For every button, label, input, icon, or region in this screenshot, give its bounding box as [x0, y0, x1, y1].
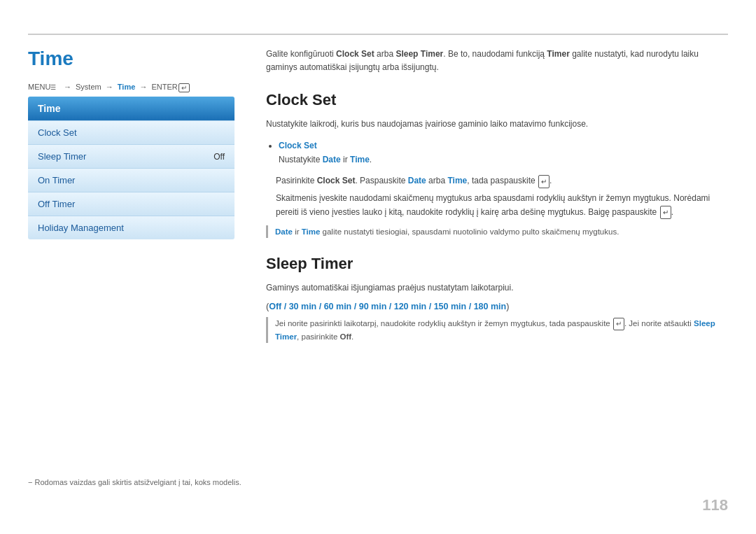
clock-set-note: Date ir Time galite nustatyti tiesiogiai…: [266, 225, 728, 238]
enter-icon-step1: ↵: [538, 175, 550, 188]
breadcrumb-menu: MENU: [28, 83, 50, 91]
clock-set-bullet-item: Clock Set Nustatykite Date ir Time.: [279, 139, 728, 167]
breadcrumb-arrow1: →: [64, 83, 71, 91]
intro-text: Galite konfigūruoti Clock Set arba Sleep…: [266, 48, 728, 74]
clock-set-step1: Pasirinkite Clock Set. Paspauskite Date …: [266, 174, 728, 188]
sleep-timer-section: Sleep Timer Gaminys automatiškai išjungi…: [266, 255, 728, 344]
breadcrumb-enter: ENTER: [151, 83, 177, 91]
sidebar-item-offtimer[interactable]: Off Timer: [28, 192, 234, 216]
sleep-timer-title: Sleep Timer: [266, 255, 728, 273]
sidebar-item-clockset-label: Clock Set: [38, 127, 77, 138]
sidebar-item-sleeptimer-label: Sleep Timer: [38, 151, 86, 162]
sidebar-item-sleeptimer[interactable]: Sleep Timer Off: [28, 144, 234, 168]
clock-set-desc: Nustatykite laikrodį, kuris bus naudojam…: [266, 118, 728, 131]
breadcrumb-arrow3: →: [139, 83, 147, 91]
breadcrumb-arrow2: →: [106, 83, 113, 91]
clock-set-step2: Skaitmenis įveskite naudodami skaičmenų …: [266, 191, 728, 220]
clock-set-bullet-sub: Nustatykite Date ir Time.: [279, 155, 372, 164]
sidebar-item-sleeptimer-value: Off: [214, 152, 225, 162]
sleep-times-highlight: Off / 30 min / 60 min / 90 min / 120 min…: [269, 302, 506, 311]
main-content: Galite konfigūruoti Clock Set arba Sleep…: [266, 48, 728, 343]
sidebar-header: Time: [28, 97, 234, 120]
sidebar-item-holiday-label: Holiday Management: [38, 223, 124, 233]
sleep-timer-times: (Off / 30 min / 60 min / 90 min / 120 mi…: [266, 302, 728, 311]
enter-icon-step2: ↵: [660, 206, 671, 219]
page-title: Time: [28, 48, 74, 70]
enter-icon: ↵: [178, 83, 190, 92]
sleep-timer-desc: Gaminys automatiškai išjungiamas praėjus…: [266, 281, 728, 295]
breadcrumb-menu-icon: ☰: [50, 84, 59, 91]
top-line: [28, 34, 728, 35]
breadcrumb: MENU☰ → System → Time → ENTER↵: [28, 83, 190, 92]
sleep-timer-note: Jei norite pasirinkti laikotarpį, naudok…: [266, 317, 728, 343]
sidebar-item-ontimer[interactable]: On Timer: [28, 168, 234, 192]
sidebar-item-offtimer-label: Off Timer: [38, 199, 75, 209]
page-number: 118: [702, 496, 728, 514]
sidebar-item-holiday[interactable]: Holiday Management: [28, 216, 234, 239]
clock-set-section: Clock Set Nustatykite laikrodį, kuris bu…: [266, 91, 728, 238]
breadcrumb-time: Time: [118, 83, 135, 91]
breadcrumb-system: System: [76, 83, 102, 91]
clock-set-bullet-title: Clock Set: [279, 141, 317, 150]
clock-set-bullets: Clock Set Nustatykite Date ir Time.: [279, 139, 728, 167]
enter-icon-sleep: ↵: [613, 318, 624, 330]
clock-set-title: Clock Set: [266, 91, 728, 109]
sidebar-item-ontimer-label: On Timer: [38, 175, 75, 185]
sidebar-item-clockset[interactable]: Clock Set: [28, 120, 234, 144]
bottom-note: − Rodomas vaizdas gali skirtis atsižvelg…: [28, 478, 241, 486]
sidebar-menu: Time Clock Set Sleep Timer Off On Timer …: [28, 97, 234, 239]
